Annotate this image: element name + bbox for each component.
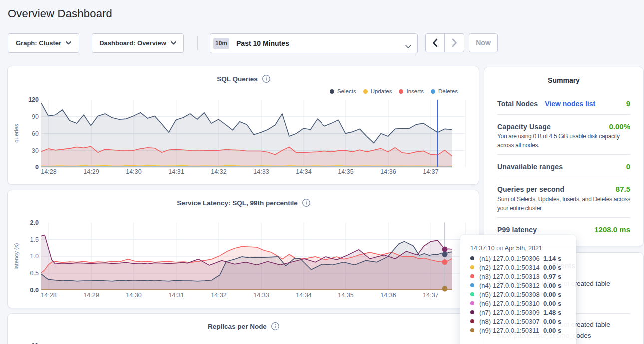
svg-text:14:31: 14:31 (168, 168, 184, 175)
svg-text:14:32: 14:32 (211, 292, 226, 299)
svg-text:14:30: 14:30 (126, 292, 141, 299)
svg-text:14:36: 14:36 (380, 292, 396, 299)
svg-text:14:31: 14:31 (168, 292, 184, 299)
svg-text:14:29: 14:29 (83, 292, 99, 299)
svg-text:queries: queries (13, 124, 19, 143)
svg-text:90: 90 (32, 113, 39, 120)
svg-text:60: 60 (32, 130, 39, 137)
svg-text:14:35: 14:35 (338, 168, 353, 175)
svg-text:30: 30 (32, 147, 39, 154)
svg-text:14:32: 14:32 (211, 168, 226, 175)
svg-text:0.5: 0.5 (30, 270, 39, 277)
svg-text:14:28: 14:28 (41, 168, 56, 175)
svg-text:14:34: 14:34 (296, 168, 311, 175)
svg-text:14:33: 14:33 (253, 168, 269, 175)
svg-text:120: 120 (28, 96, 39, 103)
svg-text:2.0: 2.0 (30, 219, 39, 226)
svg-text:14:34: 14:34 (296, 292, 311, 299)
svg-text:1.0: 1.0 (30, 253, 39, 260)
svg-text:14:37: 14:37 (423, 168, 438, 175)
svg-text:0.0: 0.0 (30, 287, 39, 294)
svg-text:14:35: 14:35 (338, 292, 353, 299)
svg-text:14:30: 14:30 (126, 168, 141, 175)
svg-text:14:29: 14:29 (83, 168, 99, 175)
svg-text:1.5: 1.5 (30, 236, 39, 243)
svg-text:14:28: 14:28 (41, 292, 56, 299)
svg-text:latency (s): latency (s) (13, 243, 19, 269)
svg-text:14:37: 14:37 (423, 292, 438, 299)
svg-text:14:33: 14:33 (253, 292, 269, 299)
svg-text:14:36: 14:36 (380, 168, 396, 175)
svg-text:0: 0 (35, 164, 39, 171)
